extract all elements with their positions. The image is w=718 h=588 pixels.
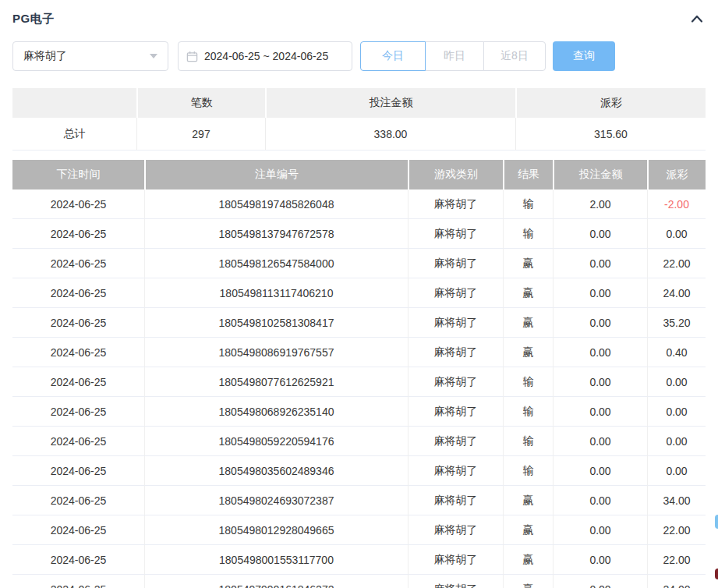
panel-title: PG电子 [12,12,55,27]
cell-bet-id: 1805497990161846272 [144,575,408,588]
cell-bet-date: 2024-06-25 [12,308,144,338]
pg-games-panel: PG电子 麻将胡了 2024-06-25 ~ 2024-06-25 今日 昨日 … [12,0,706,588]
cell-bet-amount: 0.00 [553,278,647,308]
cell-game: 麻将胡了 [408,219,503,249]
cell-payout: 0.00 [647,397,706,427]
table-row: 2024-06-25 1805498126547584000 麻将胡了 赢 0.… [12,249,706,278]
cell-game: 麻将胡了 [408,486,503,515]
table-row: 2024-06-25 1805498012928049665 麻将胡了 赢 0.… [12,515,706,545]
cell-bet-id: 1805498113117406210 [144,278,408,308]
cell-result: 赢 [503,249,553,278]
filter-controls: 麻将胡了 2024-06-25 ~ 2024-06-25 今日 昨日 近8日 查… [12,41,706,71]
cell-result: 赢 [503,278,553,308]
records-header-row: 下注时间 注单编号 游戏类别 结果 投注金额 派彩 [12,160,706,190]
cell-result: 输 [503,190,553,219]
cell-bet-amount: 0.00 [553,456,647,486]
records-table: 下注时间 注单编号 游戏类别 结果 投注金额 派彩 2024-06-25 180… [12,160,706,588]
cell-result: 赢 [503,515,553,545]
date-range-picker[interactable]: 2024-06-25 ~ 2024-06-25 [178,41,352,71]
cell-result: 赢 [503,486,553,515]
summary-header-payout: 派彩 [515,88,706,118]
cell-game: 麻将胡了 [408,427,503,456]
cell-game: 麻将胡了 [408,397,503,427]
floating-widget-partial-blue[interactable] [715,515,718,529]
cell-bet-date: 2024-06-25 [12,486,144,515]
cell-bet-date: 2024-06-25 [12,219,144,249]
cell-bet-id: 1805498137947672578 [144,219,408,249]
table-row: 2024-06-25 1805498137947672578 麻将胡了 输 0.… [12,219,706,249]
cell-bet-id: 1805498086919767557 [144,338,408,367]
cell-bet-amount: 0.00 [553,486,647,515]
cell-bet-id: 1805498102581308417 [144,308,408,338]
cell-payout: 34.00 [647,486,706,515]
table-row: 2024-06-25 1805498113117406210 麻将胡了 赢 0.… [12,278,706,308]
cell-bet-id: 1805498012928049665 [144,515,408,545]
floating-widget-partial-red[interactable] [715,569,718,579]
cell-bet-date: 2024-06-25 [12,515,144,545]
table-row: 2024-06-25 1805498102581308417 麻将胡了 赢 0.… [12,308,706,338]
records-header-bet-amount: 投注金额 [553,160,647,190]
quick-filter-today[interactable]: 今日 [360,41,426,71]
cell-bet-date: 2024-06-25 [12,575,144,588]
table-row: 2024-06-25 1805498059220594176 麻将胡了 输 0.… [12,427,706,456]
cell-bet-id: 1805498035602489346 [144,456,408,486]
cell-bet-amount: 0.00 [553,367,647,397]
table-row: 2024-06-25 1805498068926235140 麻将胡了 输 0.… [12,397,706,427]
cell-game: 麻将胡了 [408,338,503,367]
cell-bet-id: 1805498197485826048 [144,190,408,219]
records-header-result: 结果 [503,160,553,190]
summary-table: 笔数 投注金额 派彩 总计 297 338.00 315.60 [12,88,706,151]
calendar-icon [186,51,198,62]
cell-bet-amount: 0.00 [553,308,647,338]
quick-filter-last8days[interactable]: 近8日 [483,41,546,71]
cell-result: 输 [503,427,553,456]
cell-bet-amount: 0.00 [553,249,647,278]
cell-game: 麻将胡了 [408,515,503,545]
game-select[interactable]: 麻将胡了 [12,41,168,71]
chevron-down-icon [150,54,157,58]
cell-result: 输 [503,456,553,486]
cell-bet-date: 2024-06-25 [12,190,144,219]
search-button[interactable]: 查询 [553,41,615,71]
cell-bet-amount: 0.00 [553,397,647,427]
summary-header-bet-amount: 投注金额 [265,88,515,118]
collapse-button[interactable] [688,12,706,26]
summary-header-row: 笔数 投注金额 派彩 [12,88,706,118]
cell-bet-id: 1805498068926235140 [144,397,408,427]
cell-bet-date: 2024-06-25 [12,456,144,486]
quick-filter-yesterday[interactable]: 昨日 [425,41,484,71]
records-header-bet-id: 注单编号 [144,160,408,190]
cell-bet-id: 1805498024693072387 [144,486,408,515]
cell-bet-date: 2024-06-25 [12,249,144,278]
cell-bet-date: 2024-06-25 [12,397,144,427]
cell-bet-id: 1805498077612625921 [144,367,408,397]
records-header-game: 游戏类别 [408,160,503,190]
table-row: 2024-06-25 1805498077612625921 麻将胡了 输 0.… [12,367,706,397]
cell-result: 赢 [503,575,553,588]
cell-payout: 0.00 [647,367,706,397]
cell-payout: 0.40 [647,338,706,367]
cell-payout: 22.00 [647,515,706,545]
cell-bet-date: 2024-06-25 [12,338,144,367]
cell-bet-amount: 0.00 [553,515,647,545]
cell-result: 输 [503,397,553,427]
cell-result: 赢 [503,545,553,575]
table-row: 2024-06-25 1805498086919767557 麻将胡了 赢 0.… [12,338,706,367]
quick-filter-group: 今日 昨日 近8日 [360,41,546,71]
panel-header: PG电子 [12,0,706,27]
summary-total-bet-amount: 338.00 [265,118,515,151]
cell-bet-amount: 2.00 [553,190,647,219]
cell-bet-amount: 0.00 [553,545,647,575]
cell-payout: 0.00 [647,427,706,456]
cell-payout: 22.00 [647,249,706,278]
cell-game: 麻将胡了 [408,278,503,308]
cell-game: 麻将胡了 [408,308,503,338]
cell-bet-amount: 0.00 [553,575,647,588]
cell-game: 麻将胡了 [408,367,503,397]
records-header-payout: 派彩 [647,160,706,190]
cell-bet-date: 2024-06-25 [12,278,144,308]
cell-result: 输 [503,219,553,249]
cell-bet-amount: 0.00 [553,427,647,456]
summary-header-empty [12,88,136,118]
cell-payout: 0.00 [647,219,706,249]
